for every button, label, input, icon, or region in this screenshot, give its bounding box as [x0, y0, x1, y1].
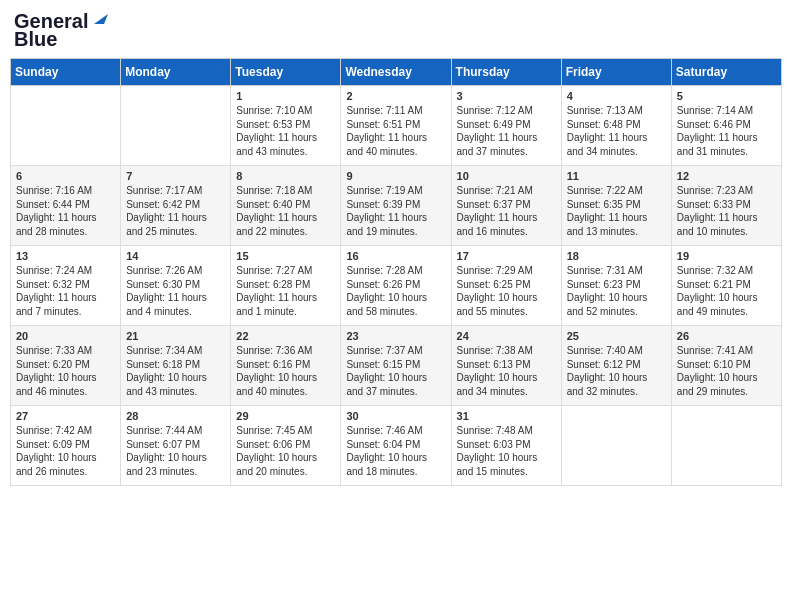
day-info: Sunset: 6:23 PM: [567, 278, 666, 292]
day-info: Daylight: 11 hours and 22 minutes.: [236, 211, 335, 238]
day-info: Sunrise: 7:33 AM: [16, 344, 115, 358]
day-info: Daylight: 11 hours and 28 minutes.: [16, 211, 115, 238]
day-info: Sunset: 6:21 PM: [677, 278, 776, 292]
logo-bird-icon: [90, 10, 108, 28]
calendar-week-row: 27Sunrise: 7:42 AMSunset: 6:09 PMDayligh…: [11, 406, 782, 486]
calendar-cell: 13Sunrise: 7:24 AMSunset: 6:32 PMDayligh…: [11, 246, 121, 326]
day-info: Daylight: 10 hours and 37 minutes.: [346, 371, 445, 398]
calendar-week-row: 6Sunrise: 7:16 AMSunset: 6:44 PMDaylight…: [11, 166, 782, 246]
calendar-cell: 24Sunrise: 7:38 AMSunset: 6:13 PMDayligh…: [451, 326, 561, 406]
day-info: Sunset: 6:13 PM: [457, 358, 556, 372]
day-info: Sunrise: 7:10 AM: [236, 104, 335, 118]
calendar-cell: 8Sunrise: 7:18 AMSunset: 6:40 PMDaylight…: [231, 166, 341, 246]
day-info: Daylight: 10 hours and 43 minutes.: [126, 371, 225, 398]
day-info: Sunrise: 7:26 AM: [126, 264, 225, 278]
calendar-cell: 9Sunrise: 7:19 AMSunset: 6:39 PMDaylight…: [341, 166, 451, 246]
calendar-week-row: 20Sunrise: 7:33 AMSunset: 6:20 PMDayligh…: [11, 326, 782, 406]
day-info: Sunset: 6:28 PM: [236, 278, 335, 292]
day-info: Sunset: 6:32 PM: [16, 278, 115, 292]
day-info: Sunset: 6:12 PM: [567, 358, 666, 372]
svg-marker-0: [94, 14, 108, 24]
day-info: Sunrise: 7:22 AM: [567, 184, 666, 198]
day-info: Sunset: 6:09 PM: [16, 438, 115, 452]
day-of-week-header: Thursday: [451, 59, 561, 86]
day-info: Sunrise: 7:17 AM: [126, 184, 225, 198]
day-info: Sunset: 6:37 PM: [457, 198, 556, 212]
day-info: Sunrise: 7:29 AM: [457, 264, 556, 278]
day-info: Daylight: 10 hours and 26 minutes.: [16, 451, 115, 478]
day-info: Daylight: 10 hours and 40 minutes.: [236, 371, 335, 398]
day-info: Sunrise: 7:45 AM: [236, 424, 335, 438]
day-info: Sunrise: 7:46 AM: [346, 424, 445, 438]
day-info: Daylight: 11 hours and 43 minutes.: [236, 131, 335, 158]
day-number: 16: [346, 250, 445, 262]
day-info: Daylight: 11 hours and 10 minutes.: [677, 211, 776, 238]
calendar-cell: 21Sunrise: 7:34 AMSunset: 6:18 PMDayligh…: [121, 326, 231, 406]
calendar-cell: 30Sunrise: 7:46 AMSunset: 6:04 PMDayligh…: [341, 406, 451, 486]
calendar-cell: 1Sunrise: 7:10 AMSunset: 6:53 PMDaylight…: [231, 86, 341, 166]
calendar-cell: 15Sunrise: 7:27 AMSunset: 6:28 PMDayligh…: [231, 246, 341, 326]
calendar-cell: 10Sunrise: 7:21 AMSunset: 6:37 PMDayligh…: [451, 166, 561, 246]
day-info: Sunset: 6:33 PM: [677, 198, 776, 212]
day-info: Daylight: 11 hours and 31 minutes.: [677, 131, 776, 158]
day-info: Sunrise: 7:38 AM: [457, 344, 556, 358]
calendar-cell: 4Sunrise: 7:13 AMSunset: 6:48 PMDaylight…: [561, 86, 671, 166]
day-info: Sunrise: 7:11 AM: [346, 104, 445, 118]
day-info: Daylight: 10 hours and 49 minutes.: [677, 291, 776, 318]
day-info: Sunrise: 7:42 AM: [16, 424, 115, 438]
day-info: Daylight: 11 hours and 34 minutes.: [567, 131, 666, 158]
day-number: 14: [126, 250, 225, 262]
day-info: Sunset: 6:49 PM: [457, 118, 556, 132]
day-of-week-header: Friday: [561, 59, 671, 86]
day-info: Sunset: 6:20 PM: [16, 358, 115, 372]
day-info: Daylight: 10 hours and 34 minutes.: [457, 371, 556, 398]
calendar-cell: 20Sunrise: 7:33 AMSunset: 6:20 PMDayligh…: [11, 326, 121, 406]
calendar-header-row: SundayMondayTuesdayWednesdayThursdayFrid…: [11, 59, 782, 86]
day-info: Sunset: 6:40 PM: [236, 198, 335, 212]
day-of-week-header: Saturday: [671, 59, 781, 86]
calendar-cell: 11Sunrise: 7:22 AMSunset: 6:35 PMDayligh…: [561, 166, 671, 246]
day-info: Daylight: 11 hours and 37 minutes.: [457, 131, 556, 158]
calendar-cell: 31Sunrise: 7:48 AMSunset: 6:03 PMDayligh…: [451, 406, 561, 486]
calendar-cell: [11, 86, 121, 166]
day-info: Daylight: 11 hours and 16 minutes.: [457, 211, 556, 238]
calendar-cell: 6Sunrise: 7:16 AMSunset: 6:44 PMDaylight…: [11, 166, 121, 246]
day-number: 21: [126, 330, 225, 342]
day-info: Daylight: 11 hours and 25 minutes.: [126, 211, 225, 238]
day-info: Daylight: 11 hours and 4 minutes.: [126, 291, 225, 318]
day-info: Sunrise: 7:28 AM: [346, 264, 445, 278]
day-number: 9: [346, 170, 445, 182]
day-number: 20: [16, 330, 115, 342]
day-info: Sunrise: 7:12 AM: [457, 104, 556, 118]
calendar-cell: 29Sunrise: 7:45 AMSunset: 6:06 PMDayligh…: [231, 406, 341, 486]
day-of-week-header: Wednesday: [341, 59, 451, 86]
day-number: 15: [236, 250, 335, 262]
day-info: Sunrise: 7:41 AM: [677, 344, 776, 358]
day-info: Daylight: 10 hours and 18 minutes.: [346, 451, 445, 478]
day-info: Sunrise: 7:23 AM: [677, 184, 776, 198]
day-info: Sunset: 6:15 PM: [346, 358, 445, 372]
day-number: 30: [346, 410, 445, 422]
page-header: General Blue: [10, 10, 782, 50]
day-number: 25: [567, 330, 666, 342]
day-info: Daylight: 11 hours and 40 minutes.: [346, 131, 445, 158]
day-info: Sunrise: 7:16 AM: [16, 184, 115, 198]
day-info: Daylight: 10 hours and 58 minutes.: [346, 291, 445, 318]
day-info: Sunrise: 7:19 AM: [346, 184, 445, 198]
day-info: Sunrise: 7:44 AM: [126, 424, 225, 438]
day-info: Sunset: 6:42 PM: [126, 198, 225, 212]
day-number: 4: [567, 90, 666, 102]
day-info: Daylight: 11 hours and 19 minutes.: [346, 211, 445, 238]
day-of-week-header: Sunday: [11, 59, 121, 86]
day-info: Daylight: 10 hours and 23 minutes.: [126, 451, 225, 478]
calendar-week-row: 1Sunrise: 7:10 AMSunset: 6:53 PMDaylight…: [11, 86, 782, 166]
day-info: Sunrise: 7:14 AM: [677, 104, 776, 118]
calendar-cell: 16Sunrise: 7:28 AMSunset: 6:26 PMDayligh…: [341, 246, 451, 326]
day-info: Daylight: 10 hours and 55 minutes.: [457, 291, 556, 318]
day-number: 13: [16, 250, 115, 262]
day-info: Sunset: 6:16 PM: [236, 358, 335, 372]
day-number: 28: [126, 410, 225, 422]
day-info: Sunset: 6:25 PM: [457, 278, 556, 292]
day-number: 10: [457, 170, 556, 182]
day-info: Sunset: 6:03 PM: [457, 438, 556, 452]
